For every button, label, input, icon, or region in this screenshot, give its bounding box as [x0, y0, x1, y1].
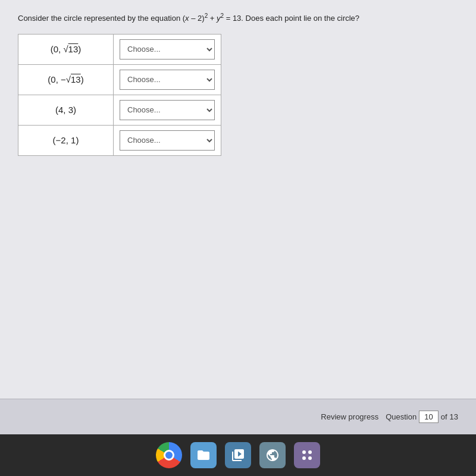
- review-progress-button[interactable]: Review progress: [321, 412, 378, 421]
- files-icon[interactable]: [190, 442, 217, 468]
- question-label: Question: [386, 412, 416, 421]
- choose-cell-3: Choose... Yes No: [114, 95, 221, 125]
- choose-select-1[interactable]: Choose... Yes No: [120, 39, 215, 60]
- point-cell-4: (−2, 1): [18, 126, 114, 155]
- svg-point-3: [308, 456, 312, 460]
- svg-point-0: [302, 450, 306, 454]
- play-icon[interactable]: [225, 442, 251, 468]
- point-cell-3: (4, 3): [18, 95, 114, 125]
- table-row: (−2, 1) Choose... Yes No: [18, 126, 221, 155]
- chrome-inner-circle: [164, 450, 174, 461]
- svg-point-1: [308, 450, 312, 454]
- point-cell-1: (0, √13): [18, 35, 114, 64]
- choose-cell-2: Choose... Yes No: [114, 65, 221, 95]
- current-question-number: 10: [419, 411, 438, 423]
- choose-cell-4: Choose... Yes No: [114, 126, 221, 155]
- taskbar: [0, 434, 476, 476]
- choose-cell-1: Choose... Yes No: [114, 35, 221, 64]
- table-row: (4, 3) Choose... Yes No: [18, 95, 221, 126]
- chrome-icon[interactable]: [156, 442, 182, 468]
- table-row: (0, √13) Choose... Yes No: [18, 35, 221, 65]
- choose-select-2[interactable]: Choose... Yes No: [120, 70, 215, 90]
- point-cell-2: (0, −√13): [18, 65, 114, 95]
- total-questions: 13: [450, 412, 458, 421]
- answer-table: (0, √13) Choose... Yes No (0, −√13): [18, 34, 221, 156]
- main-content: Consider the circle represented by the e…: [0, 0, 476, 399]
- choose-select-4[interactable]: Choose... Yes No: [120, 130, 215, 151]
- question-nav: Question 10 of 13: [386, 411, 458, 423]
- question-text: Consider the circle represented by the e…: [18, 12, 458, 24]
- table-row: (0, −√13) Choose... Yes No: [18, 65, 221, 95]
- bottom-bar: Review progress Question 10 of 13: [0, 399, 476, 434]
- of-label: of: [441, 412, 447, 421]
- screen: Consider the circle represented by the e…: [0, 0, 476, 476]
- choose-select-3[interactable]: Choose... Yes No: [120, 100, 215, 120]
- apps-icon[interactable]: [294, 442, 320, 468]
- svg-point-2: [302, 456, 306, 460]
- settings-icon[interactable]: [259, 442, 286, 468]
